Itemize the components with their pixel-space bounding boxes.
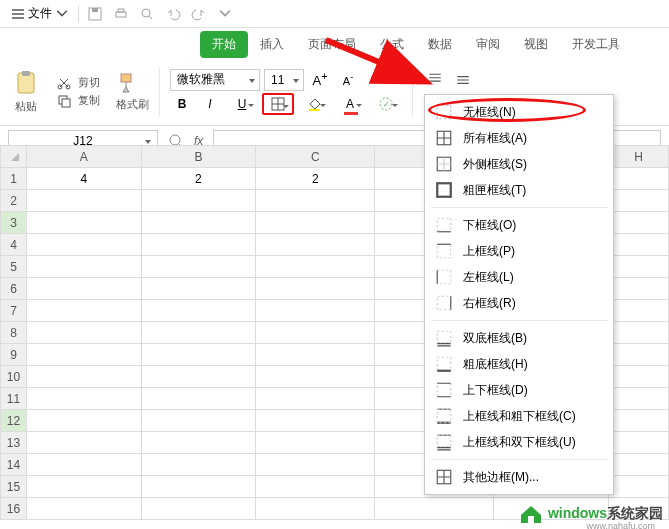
cell[interactable]: 2 [141,168,256,190]
cell[interactable] [256,256,375,278]
border-top-dbl-bottom-item[interactable]: 上框线和双下框线(U) [425,429,613,455]
row-header[interactable]: 6 [1,278,27,300]
cell[interactable] [256,344,375,366]
fill-color-button[interactable] [298,93,330,115]
cell[interactable] [141,498,256,520]
cell[interactable] [27,366,142,388]
tab-data[interactable]: 数据 [416,31,464,58]
cell[interactable] [141,256,256,278]
save-icon[interactable] [87,6,103,22]
cell[interactable]: 4 [27,168,142,190]
border-more-item[interactable]: 其他边框(M)... [425,464,613,490]
border-right-item[interactable]: 右框线(R) [425,290,613,316]
cell[interactable] [27,322,142,344]
tab-insert[interactable]: 插入 [248,31,296,58]
cell[interactable] [609,476,669,498]
redo-icon[interactable] [191,6,207,22]
cell[interactable] [609,168,669,190]
font-size-select[interactable]: 11 [264,69,304,91]
cell[interactable] [141,476,256,498]
row-header[interactable]: 9 [1,344,27,366]
row-header[interactable]: 13 [1,432,27,454]
bold-button[interactable]: B [170,93,194,115]
tab-view[interactable]: 视图 [512,31,560,58]
cell[interactable] [27,410,142,432]
align-middle-button[interactable] [451,69,475,91]
col-header[interactable]: B [141,146,256,168]
tab-dev[interactable]: 开发工具 [560,31,632,58]
row-header[interactable]: 16 [1,498,27,520]
cell[interactable] [609,256,669,278]
cell[interactable] [609,300,669,322]
format-painter-label[interactable]: 格式刷 [116,97,149,112]
cell[interactable] [256,454,375,476]
cell[interactable] [256,432,375,454]
row-header[interactable]: 3 [1,212,27,234]
cell[interactable] [141,300,256,322]
row-header[interactable]: 11 [1,388,27,410]
row-header[interactable]: 10 [1,366,27,388]
cell[interactable] [609,388,669,410]
borders-button[interactable] [262,93,294,115]
cell[interactable] [27,454,142,476]
cell[interactable] [256,212,375,234]
undo-icon[interactable] [165,6,181,22]
print-icon[interactable] [113,6,129,22]
cell[interactable] [256,366,375,388]
cell[interactable] [141,432,256,454]
preview-icon[interactable] [139,6,155,22]
cell[interactable] [141,388,256,410]
menu-button[interactable]: 文件 [6,3,74,24]
cell[interactable] [609,410,669,432]
cell[interactable] [609,366,669,388]
border-none-item[interactable]: 无框线(N) [425,99,613,125]
copy-button[interactable]: 复制 [56,93,100,109]
cell[interactable] [256,498,375,520]
cut-button[interactable]: 剪切 [56,75,100,91]
clipboard-icon[interactable] [12,69,40,97]
cell[interactable] [256,300,375,322]
row-header[interactable]: 1 [1,168,27,190]
cell[interactable] [256,388,375,410]
cell[interactable] [27,300,142,322]
col-header[interactable]: C [256,146,375,168]
row-header[interactable]: 5 [1,256,27,278]
border-all-item[interactable]: 所有框线(A) [425,125,613,151]
cell[interactable] [27,344,142,366]
cell[interactable] [609,190,669,212]
cell[interactable] [609,212,669,234]
cell[interactable] [256,476,375,498]
cell[interactable] [609,432,669,454]
col-header[interactable]: H [609,146,669,168]
tab-start[interactable]: 开始 [200,31,248,58]
row-header[interactable]: 15 [1,476,27,498]
cell[interactable] [141,410,256,432]
cell[interactable] [609,454,669,476]
cell[interactable] [141,278,256,300]
border-left-item[interactable]: 左框线(L) [425,264,613,290]
cell[interactable] [375,498,494,520]
cell[interactable] [256,322,375,344]
cell[interactable] [141,366,256,388]
cell[interactable] [609,344,669,366]
col-header[interactable]: A [27,146,142,168]
paste-label[interactable]: 粘贴 [15,99,37,114]
italic-button[interactable]: I [198,93,222,115]
border-bottom-item[interactable]: 下框线(O) [425,212,613,238]
font-color-button[interactable]: A [334,93,366,115]
decrease-font-button[interactable]: A- [336,69,360,91]
increase-font-button[interactable]: A+ [308,69,332,91]
underline-button[interactable]: U [226,93,258,115]
cell[interactable] [27,498,142,520]
cell[interactable] [141,344,256,366]
cell[interactable] [256,278,375,300]
phonetic-button[interactable]: ✓ [370,93,402,115]
cell[interactable] [27,190,142,212]
align-top-button[interactable] [423,69,447,91]
cell[interactable] [141,454,256,476]
border-top-bottom-item[interactable]: 上下框线(D) [425,377,613,403]
cell[interactable]: 2 [256,168,375,190]
tab-formula[interactable]: 公式 [368,31,416,58]
row-header[interactable]: 4 [1,234,27,256]
tab-review[interactable]: 审阅 [464,31,512,58]
